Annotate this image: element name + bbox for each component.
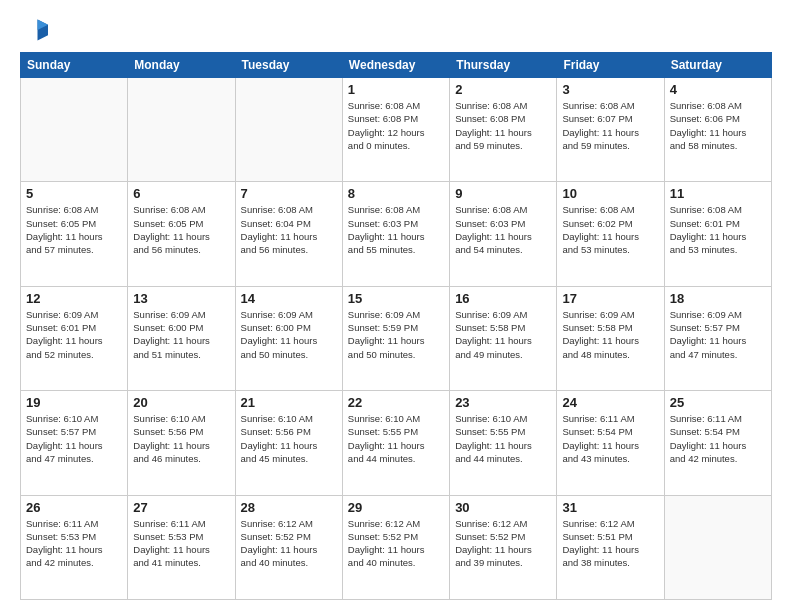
logo-icon <box>20 16 48 44</box>
day-info: Sunrise: 6:12 AM Sunset: 5:52 PM Dayligh… <box>455 517 551 570</box>
day-number: 26 <box>26 500 122 515</box>
day-number: 7 <box>241 186 337 201</box>
day-number: 30 <box>455 500 551 515</box>
weekday-header-row: SundayMondayTuesdayWednesdayThursdayFrid… <box>21 53 772 78</box>
day-number: 3 <box>562 82 658 97</box>
calendar-cell: 15Sunrise: 6:09 AM Sunset: 5:59 PM Dayli… <box>342 286 449 390</box>
day-number: 2 <box>455 82 551 97</box>
day-info: Sunrise: 6:08 AM Sunset: 6:03 PM Dayligh… <box>455 203 551 256</box>
page: SundayMondayTuesdayWednesdayThursdayFrid… <box>0 0 792 612</box>
day-info: Sunrise: 6:08 AM Sunset: 6:06 PM Dayligh… <box>670 99 766 152</box>
calendar-cell: 21Sunrise: 6:10 AM Sunset: 5:56 PM Dayli… <box>235 391 342 495</box>
header <box>20 16 772 44</box>
calendar-cell: 20Sunrise: 6:10 AM Sunset: 5:56 PM Dayli… <box>128 391 235 495</box>
calendar-cell: 3Sunrise: 6:08 AM Sunset: 6:07 PM Daylig… <box>557 78 664 182</box>
week-row-4: 26Sunrise: 6:11 AM Sunset: 5:53 PM Dayli… <box>21 495 772 599</box>
day-number: 23 <box>455 395 551 410</box>
day-number: 19 <box>26 395 122 410</box>
day-number: 16 <box>455 291 551 306</box>
day-info: Sunrise: 6:09 AM Sunset: 6:00 PM Dayligh… <box>133 308 229 361</box>
calendar-cell: 17Sunrise: 6:09 AM Sunset: 5:58 PM Dayli… <box>557 286 664 390</box>
day-info: Sunrise: 6:11 AM Sunset: 5:54 PM Dayligh… <box>670 412 766 465</box>
day-number: 6 <box>133 186 229 201</box>
calendar-cell <box>21 78 128 182</box>
day-info: Sunrise: 6:08 AM Sunset: 6:04 PM Dayligh… <box>241 203 337 256</box>
day-number: 11 <box>670 186 766 201</box>
day-info: Sunrise: 6:08 AM Sunset: 6:08 PM Dayligh… <box>455 99 551 152</box>
day-number: 29 <box>348 500 444 515</box>
day-info: Sunrise: 6:09 AM Sunset: 6:00 PM Dayligh… <box>241 308 337 361</box>
calendar-cell: 28Sunrise: 6:12 AM Sunset: 5:52 PM Dayli… <box>235 495 342 599</box>
week-row-3: 19Sunrise: 6:10 AM Sunset: 5:57 PM Dayli… <box>21 391 772 495</box>
day-info: Sunrise: 6:09 AM Sunset: 5:58 PM Dayligh… <box>562 308 658 361</box>
day-number: 1 <box>348 82 444 97</box>
calendar-cell: 12Sunrise: 6:09 AM Sunset: 6:01 PM Dayli… <box>21 286 128 390</box>
calendar-cell: 18Sunrise: 6:09 AM Sunset: 5:57 PM Dayli… <box>664 286 771 390</box>
calendar-cell: 14Sunrise: 6:09 AM Sunset: 6:00 PM Dayli… <box>235 286 342 390</box>
day-info: Sunrise: 6:10 AM Sunset: 5:57 PM Dayligh… <box>26 412 122 465</box>
day-info: Sunrise: 6:09 AM Sunset: 6:01 PM Dayligh… <box>26 308 122 361</box>
day-info: Sunrise: 6:11 AM Sunset: 5:53 PM Dayligh… <box>133 517 229 570</box>
logo <box>20 16 52 44</box>
calendar-cell: 23Sunrise: 6:10 AM Sunset: 5:55 PM Dayli… <box>450 391 557 495</box>
calendar-cell: 25Sunrise: 6:11 AM Sunset: 5:54 PM Dayli… <box>664 391 771 495</box>
day-info: Sunrise: 6:09 AM Sunset: 5:59 PM Dayligh… <box>348 308 444 361</box>
day-number: 28 <box>241 500 337 515</box>
day-info: Sunrise: 6:08 AM Sunset: 6:03 PM Dayligh… <box>348 203 444 256</box>
calendar-cell: 22Sunrise: 6:10 AM Sunset: 5:55 PM Dayli… <box>342 391 449 495</box>
day-info: Sunrise: 6:10 AM Sunset: 5:56 PM Dayligh… <box>241 412 337 465</box>
day-info: Sunrise: 6:08 AM Sunset: 6:08 PM Dayligh… <box>348 99 444 152</box>
day-info: Sunrise: 6:12 AM Sunset: 5:52 PM Dayligh… <box>348 517 444 570</box>
day-info: Sunrise: 6:12 AM Sunset: 5:52 PM Dayligh… <box>241 517 337 570</box>
day-number: 9 <box>455 186 551 201</box>
week-row-1: 5Sunrise: 6:08 AM Sunset: 6:05 PM Daylig… <box>21 182 772 286</box>
day-info: Sunrise: 6:08 AM Sunset: 6:05 PM Dayligh… <box>133 203 229 256</box>
calendar-table: SundayMondayTuesdayWednesdayThursdayFrid… <box>20 52 772 600</box>
calendar-cell: 13Sunrise: 6:09 AM Sunset: 6:00 PM Dayli… <box>128 286 235 390</box>
calendar-cell: 8Sunrise: 6:08 AM Sunset: 6:03 PM Daylig… <box>342 182 449 286</box>
calendar-cell <box>128 78 235 182</box>
day-number: 20 <box>133 395 229 410</box>
calendar-cell: 24Sunrise: 6:11 AM Sunset: 5:54 PM Dayli… <box>557 391 664 495</box>
day-number: 24 <box>562 395 658 410</box>
weekday-header-tuesday: Tuesday <box>235 53 342 78</box>
day-number: 12 <box>26 291 122 306</box>
calendar-cell: 9Sunrise: 6:08 AM Sunset: 6:03 PM Daylig… <box>450 182 557 286</box>
weekday-header-wednesday: Wednesday <box>342 53 449 78</box>
day-number: 17 <box>562 291 658 306</box>
calendar-cell: 6Sunrise: 6:08 AM Sunset: 6:05 PM Daylig… <box>128 182 235 286</box>
day-info: Sunrise: 6:08 AM Sunset: 6:05 PM Dayligh… <box>26 203 122 256</box>
day-info: Sunrise: 6:09 AM Sunset: 5:58 PM Dayligh… <box>455 308 551 361</box>
calendar-cell: 5Sunrise: 6:08 AM Sunset: 6:05 PM Daylig… <box>21 182 128 286</box>
calendar-cell: 2Sunrise: 6:08 AM Sunset: 6:08 PM Daylig… <box>450 78 557 182</box>
day-info: Sunrise: 6:11 AM Sunset: 5:54 PM Dayligh… <box>562 412 658 465</box>
calendar-cell: 29Sunrise: 6:12 AM Sunset: 5:52 PM Dayli… <box>342 495 449 599</box>
week-row-2: 12Sunrise: 6:09 AM Sunset: 6:01 PM Dayli… <box>21 286 772 390</box>
day-number: 22 <box>348 395 444 410</box>
day-number: 15 <box>348 291 444 306</box>
weekday-header-friday: Friday <box>557 53 664 78</box>
day-number: 31 <box>562 500 658 515</box>
day-info: Sunrise: 6:08 AM Sunset: 6:07 PM Dayligh… <box>562 99 658 152</box>
day-number: 14 <box>241 291 337 306</box>
calendar-cell: 31Sunrise: 6:12 AM Sunset: 5:51 PM Dayli… <box>557 495 664 599</box>
day-info: Sunrise: 6:10 AM Sunset: 5:56 PM Dayligh… <box>133 412 229 465</box>
day-info: Sunrise: 6:10 AM Sunset: 5:55 PM Dayligh… <box>348 412 444 465</box>
day-number: 13 <box>133 291 229 306</box>
weekday-header-saturday: Saturday <box>664 53 771 78</box>
day-info: Sunrise: 6:10 AM Sunset: 5:55 PM Dayligh… <box>455 412 551 465</box>
calendar-cell: 16Sunrise: 6:09 AM Sunset: 5:58 PM Dayli… <box>450 286 557 390</box>
calendar-cell: 27Sunrise: 6:11 AM Sunset: 5:53 PM Dayli… <box>128 495 235 599</box>
day-number: 25 <box>670 395 766 410</box>
calendar-cell: 7Sunrise: 6:08 AM Sunset: 6:04 PM Daylig… <box>235 182 342 286</box>
week-row-0: 1Sunrise: 6:08 AM Sunset: 6:08 PM Daylig… <box>21 78 772 182</box>
day-info: Sunrise: 6:11 AM Sunset: 5:53 PM Dayligh… <box>26 517 122 570</box>
weekday-header-monday: Monday <box>128 53 235 78</box>
day-number: 8 <box>348 186 444 201</box>
calendar-cell: 11Sunrise: 6:08 AM Sunset: 6:01 PM Dayli… <box>664 182 771 286</box>
calendar-cell: 30Sunrise: 6:12 AM Sunset: 5:52 PM Dayli… <box>450 495 557 599</box>
calendar-cell: 4Sunrise: 6:08 AM Sunset: 6:06 PM Daylig… <box>664 78 771 182</box>
day-info: Sunrise: 6:12 AM Sunset: 5:51 PM Dayligh… <box>562 517 658 570</box>
calendar-cell: 26Sunrise: 6:11 AM Sunset: 5:53 PM Dayli… <box>21 495 128 599</box>
calendar-cell: 19Sunrise: 6:10 AM Sunset: 5:57 PM Dayli… <box>21 391 128 495</box>
